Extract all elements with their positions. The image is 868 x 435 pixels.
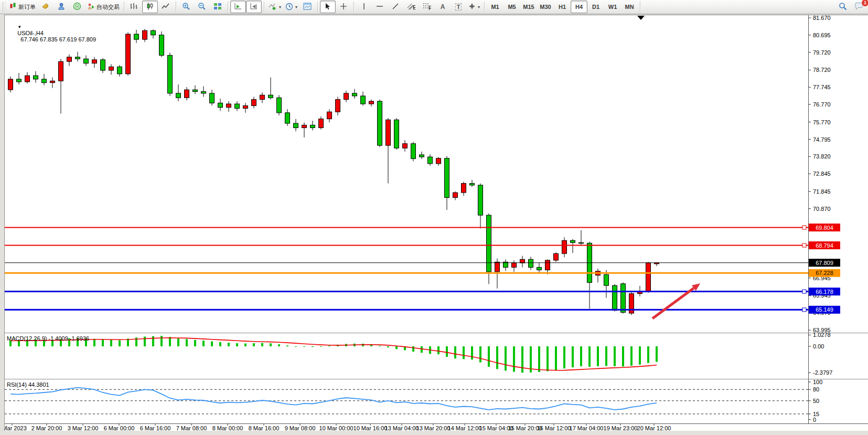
arrows-tool-button[interactable]: ▾	[466, 1, 482, 13]
price-badge-68.794: 68.794	[809, 241, 840, 249]
label-tool-button[interactable]: T	[451, 1, 466, 13]
notifications-button[interactable]: 1	[851, 1, 866, 13]
analyst-button[interactable]	[53, 1, 69, 13]
text-tool-button[interactable]: A	[435, 1, 451, 13]
candle	[403, 144, 408, 148]
candle	[386, 120, 391, 145]
rsi-tick-label: 50	[813, 398, 819, 404]
bar-chart-mode-button[interactable]	[126, 1, 142, 13]
tile-windows-button[interactable]	[210, 1, 226, 13]
trend-arrow-annotation[interactable]	[652, 283, 700, 319]
price-badge-69.804: 69.804	[809, 224, 840, 231]
candle	[495, 262, 500, 272]
zoom-out-button[interactable]	[194, 1, 210, 13]
candle	[84, 59, 89, 63]
channel-icon: E	[407, 3, 415, 11]
price-tick-label: 79.720	[813, 49, 831, 56]
line-handle[interactable]	[802, 308, 806, 312]
rsi-tick-label: 100	[813, 379, 822, 385]
horizontal-line-icon	[376, 3, 383, 10]
cursor-button[interactable]	[320, 1, 336, 13]
candle	[143, 30, 147, 39]
toolbar-separator	[484, 2, 485, 12]
candle	[126, 34, 131, 74]
chart-shift-button[interactable]	[246, 1, 262, 13]
periods-button[interactable]: ▾	[283, 1, 299, 13]
analyst-person-icon	[57, 2, 66, 12]
chart-region[interactable]: 81.67080.69579.72078.72077.74576.77075.7…	[4, 15, 868, 431]
candle	[218, 103, 223, 107]
macd-tick-label: -2.3797	[813, 369, 832, 376]
vertical-line-button[interactable]	[356, 1, 372, 13]
price-tick-label: 81.670	[813, 15, 831, 21]
timeframe-MN[interactable]: MN	[621, 1, 638, 13]
timeframe-H4[interactable]: H4	[571, 1, 587, 13]
funnel-button[interactable]	[38, 1, 53, 13]
fibonacci-button[interactable]: F	[419, 1, 435, 13]
new-order-button[interactable]: 新订单	[7, 1, 38, 13]
svg-text:67.228: 67.228	[816, 270, 833, 276]
chart-dropdown-icon[interactable]: ▼	[17, 25, 22, 29]
candle	[478, 185, 483, 215]
svg-text:E: E	[413, 4, 415, 10]
zoom-in-button[interactable]	[178, 1, 194, 13]
line-handle[interactable]	[802, 290, 806, 293]
chart-svg[interactable]: 81.67080.69579.72078.72077.74576.77075.7…	[5, 15, 868, 431]
timeframe-M5[interactable]: M5	[503, 1, 520, 13]
time-axis[interactable]: 2 Mar 20232 Mar 20:003 Mar 12:006 Mar 00…	[5, 423, 671, 431]
time-tick-label: 6 Mar 16:00	[140, 425, 171, 431]
templates-button[interactable]	[299, 1, 315, 13]
timeframe-W1[interactable]: W1	[604, 1, 621, 13]
timeframe-H1[interactable]: H1	[554, 1, 571, 13]
timeframe-M15[interactable]: M15	[520, 1, 537, 13]
candle	[285, 113, 290, 123]
price-line-69.804[interactable]	[5, 226, 808, 229]
time-tick-label: 14 Mar 12:00	[448, 425, 482, 431]
toolbar-separator	[228, 2, 228, 12]
price-line-68.794[interactable]	[5, 243, 808, 247]
crosshair-button[interactable]	[336, 1, 351, 13]
trendline-button[interactable]	[388, 1, 403, 13]
indicators-button[interactable]: ▾	[266, 1, 283, 13]
candle	[168, 55, 173, 93]
line-handle[interactable]	[802, 226, 806, 229]
price-line-65.149[interactable]	[5, 308, 808, 312]
new-order-label: 新订单	[18, 3, 36, 11]
auto-scroll-button[interactable]	[230, 1, 246, 13]
timeframe-D1[interactable]: D1	[587, 1, 604, 13]
price-axis[interactable]: 81.67080.69579.72078.72077.74576.77075.7…	[808, 15, 831, 333]
line-chart-mode-button[interactable]	[158, 1, 174, 13]
auto-trading-button[interactable]: 自动交易	[85, 1, 122, 13]
timeframe-M30[interactable]: M30	[537, 1, 554, 13]
candle	[8, 79, 13, 90]
chart-shift-icon	[250, 3, 258, 11]
candle	[92, 60, 97, 63]
time-tick-label: 8 Mar 00:00	[212, 425, 243, 431]
horizontal-line-button[interactable]	[372, 1, 388, 13]
line-handle[interactable]	[802, 243, 806, 247]
toolbar-grip[interactable]	[3, 2, 5, 12]
tile-windows-icon	[213, 3, 222, 11]
candle	[101, 60, 105, 70]
trendline-icon	[392, 3, 399, 11]
search-button[interactable]	[835, 1, 851, 13]
clock-icon	[285, 3, 293, 12]
candle	[579, 242, 584, 243]
rsi-tick-label: 0	[813, 417, 816, 423]
indicators-caret-icon: ▾	[279, 5, 281, 9]
candles	[8, 29, 659, 315]
search-icon	[839, 2, 847, 12]
candle	[411, 144, 416, 159]
candle	[327, 112, 332, 119]
signal-button[interactable]	[69, 1, 85, 13]
line-chart-icon	[162, 3, 170, 11]
candle	[621, 284, 626, 313]
channel-button[interactable]: E	[403, 1, 419, 13]
vertical-line-icon	[361, 3, 367, 11]
candle	[470, 184, 475, 185]
candlestick-mode-button[interactable]	[142, 1, 158, 13]
macd-tick-label: 1.0278	[813, 332, 831, 338]
price-tick-label: 70.870	[813, 206, 831, 212]
terminal-window: 新订单 自动交易	[0, 0, 868, 435]
timeframe-M1[interactable]: M1	[487, 1, 503, 13]
